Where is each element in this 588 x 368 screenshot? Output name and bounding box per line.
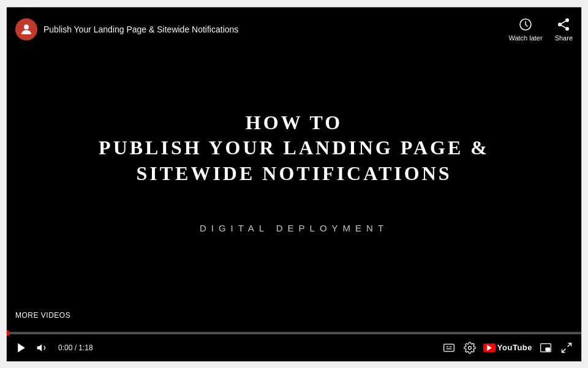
video-content-area: HOW TO PUBLISH YOUR LANDING PAGE & SITEW… — [7, 7, 581, 361]
main-title: HOW TO PUBLISH YOUR LANDING PAGE & SITEW… — [99, 110, 489, 187]
play-button[interactable] — [14, 342, 29, 354]
top-actions: Watch later Share — [508, 17, 573, 42]
share-icon — [556, 17, 571, 32]
subtitle-text: DIGITAL DEPLOYMENT — [200, 223, 388, 233]
play-icon — [15, 342, 28, 354]
fullscreen-icon — [560, 342, 573, 354]
svg-line-13 — [568, 343, 571, 347]
title-line3: SITEWIDE NOTIFICATIONS — [99, 161, 489, 187]
cc-button[interactable] — [442, 342, 456, 354]
youtube-play-triangle — [487, 345, 492, 351]
controls-bar: 0:00 / 1:18 YouTube — [7, 334, 581, 361]
video-title: Publish Your Landing Page & Sitewide Not… — [43, 24, 508, 34]
fullscreen-button[interactable] — [559, 342, 574, 354]
channel-avatar[interactable] — [15, 18, 37, 40]
watch-later-icon — [518, 17, 533, 32]
avatar-icon — [19, 22, 34, 37]
volume-icon — [36, 342, 48, 354]
settings-button[interactable] — [462, 342, 477, 354]
svg-marker-5 — [37, 344, 42, 351]
share-button[interactable]: Share — [555, 17, 573, 42]
top-bar: Publish Your Landing Page & Sitewide Not… — [7, 7, 581, 51]
youtube-play-icon — [483, 344, 496, 352]
svg-line-3 — [562, 21, 566, 23]
cc-icon — [443, 342, 455, 354]
svg-marker-4 — [18, 343, 25, 352]
svg-rect-6 — [443, 344, 454, 351]
miniplayer-button[interactable] — [538, 342, 553, 354]
svg-point-0 — [24, 24, 29, 29]
title-line1: HOW TO — [99, 110, 489, 136]
watch-later-button[interactable]: Watch later — [508, 17, 542, 42]
settings-icon — [464, 342, 476, 354]
title-line2: PUBLISH YOUR LANDING PAGE & — [99, 135, 489, 161]
svg-line-2 — [562, 25, 566, 28]
more-videos-label: MORE VIDEOS — [15, 311, 70, 320]
svg-rect-12 — [546, 348, 550, 351]
svg-line-14 — [562, 348, 566, 352]
share-label: Share — [555, 34, 573, 42]
youtube-text: YouTube — [497, 343, 532, 352]
youtube-logo: YouTube — [483, 343, 532, 352]
time-display: 0:00 / 1:18 — [58, 344, 93, 352]
watch-later-label: Watch later — [508, 34, 542, 42]
volume-button[interactable] — [35, 342, 50, 354]
video-player: Publish Your Landing Page & Sitewide Not… — [6, 7, 582, 362]
svg-point-10 — [468, 346, 471, 349]
miniplayer-icon — [540, 342, 552, 354]
